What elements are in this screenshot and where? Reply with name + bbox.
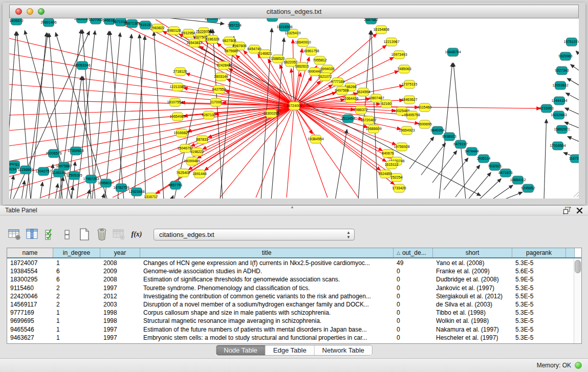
graph-node[interactable]: 9227343: [555, 67, 569, 75]
table-cell[interactable]: 0: [394, 334, 433, 341]
graph-node[interactable]: 12042757: [35, 167, 51, 176]
graph-node[interactable]: 9857791: [168, 181, 182, 189]
graph-node[interactable]: 20691406: [40, 18, 56, 27]
black-edge[interactable]: [567, 78, 579, 90]
red-edge[interactable]: [294, 106, 386, 162]
graph-node[interactable]: 8215953: [539, 104, 553, 113]
table-row[interactable]: 1872400712008Changes of HCN gene express…: [7, 259, 574, 267]
graph-node[interactable]: 18107554: [167, 98, 183, 106]
graph-node[interactable]: 17375115: [402, 80, 418, 89]
graph-node[interactable]: 8813054: [265, 18, 279, 21]
table-row[interactable]: 946362711997Embryonic stem cells: a mode…: [7, 334, 574, 342]
table-cell[interactable]: Hescheler et al. (1997): [433, 334, 512, 341]
new-column-button[interactable]: [77, 228, 92, 241]
graph-node[interactable]: 16648784: [445, 48, 461, 56]
black-edge[interactable]: [110, 31, 124, 199]
red-edge[interactable]: [294, 49, 302, 106]
table-cell[interactable]: 1: [53, 317, 100, 324]
table-cell[interactable]: 1: [53, 334, 100, 341]
table-cell[interactable]: 5.9E-5: [512, 276, 566, 283]
graph-node[interactable]: 1527002: [89, 18, 102, 24]
graph-node[interactable]: 16782759: [113, 184, 129, 192]
table-cell[interactable]: Investigating the contribution of common…: [140, 293, 394, 300]
table-cell[interactable]: 2008: [100, 276, 140, 283]
black-edge[interactable]: [565, 108, 579, 118]
graph-node[interactable]: 15892971: [554, 125, 570, 134]
table-cell[interactable]: 2: [53, 285, 100, 292]
zoom-window-icon[interactable]: [38, 8, 45, 15]
black-edge[interactable]: [40, 182, 42, 199]
graph-node[interactable]: 12923448: [128, 188, 144, 196]
table-cell[interactable]: 22420046: [7, 293, 53, 300]
graph-node[interactable]: 9115460: [418, 103, 432, 112]
table-cell[interactable]: 2008: [100, 259, 140, 267]
graph-node[interactable]: 17016504: [550, 142, 565, 150]
table-cell[interactable]: 6: [53, 268, 100, 275]
float-panel-icon[interactable]: [563, 207, 571, 214]
graph-node[interactable]: 117006: [210, 98, 222, 106]
table-cell[interactable]: 49: [394, 259, 433, 267]
graph-node[interactable]: 6479197: [453, 140, 467, 148]
graph-node[interactable]: 9840954: [430, 126, 444, 135]
table-cell[interactable]: 1998: [100, 309, 140, 316]
table-cell[interactable]: 19384554: [7, 268, 53, 275]
black-edge[interactable]: [72, 162, 75, 199]
column-header-name[interactable]: name: [7, 248, 53, 257]
table-cell[interactable]: 0: [394, 293, 433, 300]
table-cell[interactable]: 5.6E-5: [512, 268, 566, 275]
graph-node[interactable]: 7857224: [227, 21, 241, 30]
table-cell[interactable]: 9699695: [7, 317, 53, 324]
table-cell[interactable]: Yano et al. (2008): [433, 259, 512, 267]
red-edge[interactable]: [229, 69, 294, 106]
graph-node[interactable]: 7915153: [138, 21, 152, 29]
graph-node[interactable]: 17957253: [83, 175, 99, 183]
table-cell[interactable]: 2012: [100, 293, 140, 300]
table-row[interactable]: 969969511998Structural magnetic resonanc…: [7, 317, 574, 325]
black-edge[interactable]: [571, 64, 579, 76]
network-window-titlebar[interactable]: citations_edges.txt: [9, 5, 579, 18]
black-edge[interactable]: [102, 194, 104, 199]
table-cell[interactable]: 0: [394, 276, 433, 283]
black-edge[interactable]: [544, 119, 547, 199]
graph-node[interactable]: 1316717: [144, 193, 158, 199]
column-header-year[interactable]: year: [100, 248, 140, 257]
table-cell[interactable]: 9463627: [7, 334, 53, 341]
red-edge[interactable]: [294, 106, 328, 198]
network-graph[interactable]: 7963822896012889129542522605893275051654…: [9, 18, 579, 199]
graph-node[interactable]: 12093832: [552, 81, 568, 90]
table-cell[interactable]: 2003: [100, 301, 140, 308]
graph-node[interactable]: 15751074: [563, 38, 579, 46]
table-cell[interactable]: 5.3E-5: [512, 317, 566, 324]
table-cell[interactable]: Changes of HCN gene expression and I(f) …: [140, 259, 394, 267]
graph-node[interactable]: 1621072: [318, 73, 332, 81]
table-cell[interactable]: Stergiakouli et al. (2012): [433, 293, 512, 300]
black-edge[interactable]: [134, 36, 145, 199]
table-cell[interactable]: 1: [53, 259, 100, 267]
black-edge[interactable]: [21, 181, 25, 199]
table-cell[interactable]: 6: [53, 276, 100, 283]
scrollbar-thumb[interactable]: [575, 260, 581, 273]
black-edge[interactable]: [568, 137, 579, 145]
memory-ok-indicator-icon[interactable]: [575, 362, 582, 369]
graph-node[interactable]: 16154808: [373, 26, 389, 34]
table-cell[interactable]: Wolkin et al. (1998): [433, 317, 512, 324]
red-edge[interactable]: [9, 54, 294, 106]
black-edge[interactable]: [118, 34, 132, 199]
select-all-button[interactable]: [42, 228, 57, 241]
table-cell[interactable]: 18300295: [7, 276, 53, 283]
black-edge[interactable]: [500, 192, 522, 199]
graph-node[interactable]: 8186328: [205, 35, 219, 43]
table-cell[interactable]: 5.5E-5: [512, 293, 566, 300]
table-cell[interactable]: 18724007: [7, 259, 53, 267]
graph-node[interactable]: 1513454: [341, 115, 355, 123]
table-cell[interactable]: Franke et al. (2009): [433, 268, 512, 275]
table-cell[interactable]: 5.3E-5: [512, 301, 566, 308]
table-row[interactable]: 946554611997Estimation of the future num…: [7, 325, 574, 334]
table-cell[interactable]: 0: [394, 301, 433, 308]
table-row[interactable]: 977716911998Corpus callosum shape and si…: [7, 309, 574, 317]
black-edge[interactable]: [10, 176, 13, 199]
graph-node[interactable]: 7625402: [176, 169, 190, 177]
splitter-handle-icon[interactable]: ▲: [290, 205, 294, 209]
table-cell[interactable]: 2: [53, 301, 100, 308]
graph-node[interactable]: 9699695: [418, 120, 431, 128]
